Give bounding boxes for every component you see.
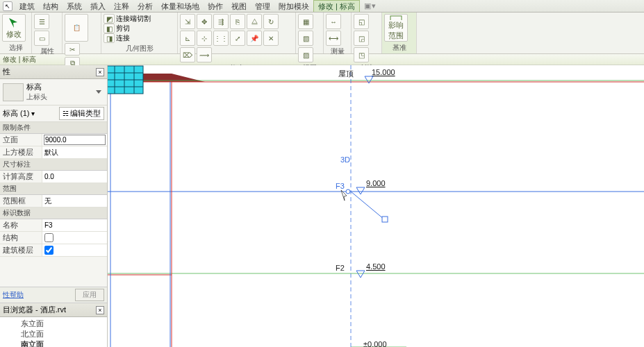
join-button[interactable]: ◨	[104, 33, 115, 43]
rotate-button[interactable]: ↻	[263, 14, 279, 29]
svg-point-14	[346, 189, 350, 194]
level-roof-label: 屋顶	[338, 69, 354, 78]
prop-name-label: 名称	[0, 219, 42, 231]
scale-button[interactable]: ⤢	[230, 31, 245, 46]
cursor-icon[interactable]: ↖	[3, 1, 13, 11]
ribbon-group-modify: ⇲✥⇶⎘⧋↻⊾ ⊹⋮⋮⤢📌✕⌦⟿ 修改	[178, 12, 296, 53]
properties-help-link[interactable]: 性帮助	[3, 290, 24, 300]
delete-button[interactable]: ⌦	[180, 47, 195, 62]
ribbon-group-datum: 影响 范围 基准	[382, 12, 417, 53]
tab-0[interactable]: 建筑	[15, 1, 39, 12]
ribbon-group-create: ◱◲◳ 创建	[352, 12, 382, 53]
ribbon-group-clipboard: 📋✂⧉ 剪贴板	[63, 12, 101, 53]
tree-node[interactable]: 东立面	[1, 319, 106, 329]
browser-close-button[interactable]: ×	[96, 306, 104, 314]
svg-line-16	[351, 192, 384, 219]
level-f3-label: F3	[336, 182, 345, 190]
dim-button[interactable]: ⟷	[326, 31, 341, 46]
tab-3[interactable]: 插入	[86, 1, 110, 12]
ribbon-label-measure: 测量	[326, 46, 349, 57]
type-selector[interactable]: 标高 上标头	[0, 79, 107, 105]
level-ground-elev: ±0.000	[363, 340, 387, 347]
tab-1[interactable]: 结构	[39, 1, 63, 12]
unpin-button[interactable]: ✕	[263, 31, 279, 46]
prop-storey-above-input[interactable]	[44, 148, 106, 157]
svg-rect-17	[382, 217, 388, 222]
prop-structural-label: 结构	[0, 232, 42, 244]
section-extents: 范围	[0, 183, 107, 195]
section-dims: 尺寸标注	[0, 159, 107, 171]
prop-computation-height-label: 计算高度	[0, 171, 42, 183]
prop-elevation-input[interactable]	[44, 135, 106, 145]
tab-6[interactable]: 体量和场地	[157, 1, 204, 12]
tab-9[interactable]: 管理	[251, 1, 274, 12]
cope-button[interactable]: ◩	[104, 14, 115, 24]
svg-marker-20	[356, 271, 365, 278]
create-btn2[interactable]: ◲	[354, 31, 369, 46]
array-button[interactable]: ⋮⋮	[213, 31, 229, 46]
instance-selector[interactable]: 标高 (1) ▾	[3, 108, 56, 119]
create-btn3[interactable]: ◳	[354, 47, 369, 62]
paste-button[interactable]: 📋	[65, 14, 88, 42]
tree-node[interactable]: 南立面	[1, 339, 106, 347]
ribbon-group-properties: ☰▭ 属性	[32, 12, 63, 53]
prop-scope-box-input[interactable]	[44, 196, 106, 205]
type-properties-button[interactable]: ▭	[34, 31, 49, 46]
cut-geom-button[interactable]: ◧	[104, 24, 115, 33]
ribbon-label-properties: 属性	[34, 46, 60, 57]
level-type-icon	[3, 83, 24, 101]
tab-5[interactable]: 分析	[133, 1, 157, 12]
tab-8[interactable]: 视图	[227, 1, 251, 12]
tab-2[interactable]: 系统	[63, 1, 86, 12]
view-canvas[interactable]: 3D 屋顶 15.000 F3 9.000 F2 4.500 ±0.000	[108, 65, 644, 347]
type-name: 标高	[26, 82, 90, 92]
tab-grip-icon: ▣▾	[364, 1, 377, 10]
type-subname: 上标头	[26, 92, 90, 102]
pin-button[interactable]: 📌	[247, 31, 262, 46]
prop-storey-above-label: 上方楼层	[0, 146, 42, 158]
cope-label: 连接端切割	[116, 14, 151, 24]
tab-10[interactable]: 附加模块	[274, 1, 313, 12]
tab-modify-level[interactable]: 修改 | 标高	[313, 0, 360, 12]
ribbon-group-measure: ↔⟷ 测量	[324, 12, 352, 53]
view-btn3[interactable]: ▨	[298, 47, 313, 62]
modify-button[interactable]: 修改	[2, 14, 26, 42]
project-browser-tree[interactable]: 东立面北立面南立面西立面图例明细表/数量图纸 (全部)001 - 总平面图002…	[0, 317, 107, 347]
propagate-extents-button[interactable]: 影响 范围	[384, 14, 408, 42]
split-button[interactable]: ⊹	[197, 31, 212, 46]
ribbon-group-geometry: ◩连接端切割 ◧剪切 ◨连接 几何图形	[101, 12, 178, 53]
svg-text:3D: 3D	[340, 155, 350, 164]
ribbon: 修改 选择 ☰▭ 属性 📋✂⧉ 剪贴板 ◩连接端切割 ◧剪切 ◨连接 几何图形 …	[0, 12, 644, 54]
prop-structural-checkbox[interactable]	[44, 233, 53, 242]
tree-node[interactable]: 北立面	[1, 329, 106, 339]
measure-button[interactable]: ↔	[326, 14, 341, 29]
align-button[interactable]: ⇲	[180, 14, 195, 29]
svg-marker-19	[356, 187, 365, 194]
properties-panel-title: 性 ×	[0, 65, 107, 79]
offset-button[interactable]: ⇶	[213, 14, 229, 29]
cut-button[interactable]: ✂	[65, 43, 80, 56]
prop-scope-box-label: 范围框	[0, 195, 42, 207]
tab-4[interactable]: 注释	[110, 1, 133, 12]
apply-button[interactable]: 应用	[75, 289, 104, 301]
elevation-drawing: 3D 屋顶 15.000 F3 9.000 F2 4.500 ±0.000	[108, 65, 644, 347]
properties-button[interactable]: ☰	[34, 14, 49, 29]
copy2-button[interactable]: ⎘	[230, 14, 245, 29]
prop-building-storey-checkbox[interactable]	[44, 246, 53, 255]
ribbon-tabs: ↖ 建筑 结构 系统 插入 注释 分析 体量和场地 协作 视图 管理 附加模块 …	[0, 0, 644, 12]
mirror-button[interactable]: ⧋	[247, 14, 262, 29]
prop-name-input[interactable]	[44, 221, 106, 230]
ribbon-group-select: 修改 选择	[0, 12, 32, 53]
extend-button[interactable]: ⟿	[197, 47, 212, 62]
properties-close-button[interactable]: ×	[96, 68, 104, 76]
view-btn2[interactable]: ▧	[298, 31, 313, 46]
prop-computation-height-input[interactable]	[44, 172, 106, 181]
trim-button[interactable]: ⊾	[180, 31, 195, 46]
tab-7[interactable]: 协作	[204, 1, 227, 12]
move-button[interactable]: ✥	[197, 14, 212, 29]
create-btn1[interactable]: ◱	[354, 14, 369, 29]
project-browser-title: 目浏览器 - 酒店.rvt ×	[0, 303, 107, 317]
prop-building-storey-label: 建筑楼层	[0, 244, 42, 256]
view-btn1[interactable]: ▦	[298, 14, 313, 29]
edit-type-button[interactable]: ☵ 编辑类型	[59, 107, 104, 120]
